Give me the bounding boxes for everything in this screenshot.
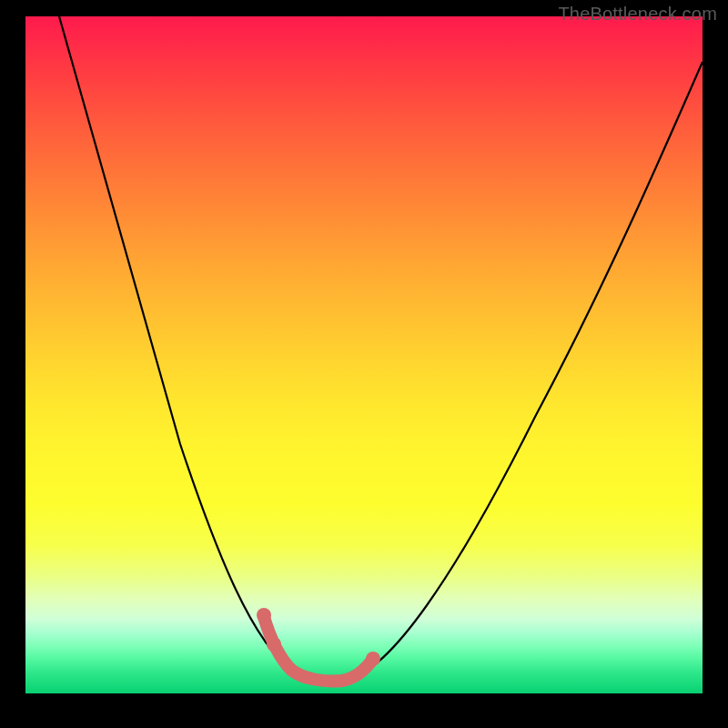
optimal-zone-marker bbox=[264, 617, 373, 682]
watermark-text: TheBottleneck.com bbox=[558, 4, 717, 25]
optimal-zone-dot bbox=[257, 608, 271, 622]
bottleneck-curve bbox=[59, 16, 703, 681]
bottleneck-plot bbox=[25, 16, 703, 693]
chart-frame bbox=[25, 16, 703, 693]
optimal-zone-dot bbox=[267, 637, 281, 652]
optimal-zone-dot bbox=[366, 652, 380, 666]
